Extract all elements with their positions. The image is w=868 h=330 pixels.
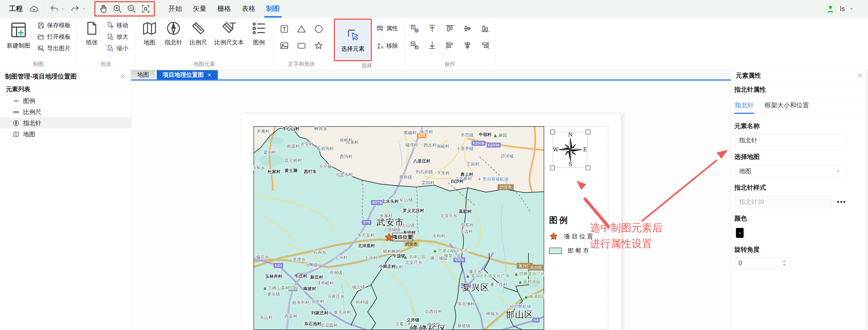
text-box-icon: [279, 24, 289, 34]
svg-text:更乐镇: 更乐镇: [267, 292, 280, 297]
north-arrow-style-input[interactable]: 指北针39: [734, 196, 832, 208]
element-item-legend[interactable]: 图例: [0, 95, 131, 107]
align-top-button[interactable]: [444, 23, 456, 34]
window-scrollbar[interactable]: [865, 70, 868, 330]
paper-button[interactable]: 纸张: [81, 19, 102, 48]
menu-start[interactable]: 开始: [163, 0, 187, 18]
svg-text:▲ 庞村游园: ▲ 庞村游园: [519, 279, 540, 284]
add-triangle-button[interactable]: [295, 23, 308, 35]
close-icon[interactable]: [857, 72, 864, 79]
svg-text:南坡村: 南坡村: [303, 286, 316, 291]
tab-close-icon[interactable]: [207, 72, 212, 78]
zoom-out-button[interactable]: [127, 4, 136, 14]
stepper-down-icon[interactable]: [782, 263, 786, 266]
add-circle-button[interactable]: [312, 23, 325, 35]
element-name-input[interactable]: 指北针: [734, 134, 846, 147]
svg-text:羊范镇: 羊范镇: [461, 132, 473, 138]
tab-north-arrow[interactable]: 指北针: [734, 97, 754, 114]
svg-text:马家庄乡: 马家庄乡: [327, 294, 344, 299]
main-menus: 开始 矢量 栅格 表格 制图: [163, 0, 285, 18]
menu-vector[interactable]: 矢量: [187, 0, 212, 18]
user-dropdown-icon[interactable]: [848, 6, 855, 12]
attributes-button[interactable]: 属性: [374, 23, 400, 34]
paper-zoom-out-button[interactable]: 缩小: [104, 43, 130, 54]
redo-dropdown-icon[interactable]: [81, 6, 87, 11]
new-layout-button[interactable]: 新建制图: [4, 19, 33, 51]
menu-table[interactable]: 表格: [236, 0, 261, 18]
undo-dropdown-icon[interactable]: [60, 6, 66, 11]
pan-hand-button[interactable]: [99, 4, 108, 14]
element-item-scalebar[interactable]: 比例尺: [0, 107, 131, 117]
move-up-button[interactable]: [426, 23, 438, 34]
redo-button[interactable]: [70, 4, 80, 13]
layout-canvas[interactable]: S575S75S75S75G22G22G2516G2516S504G4S75沙河…: [131, 81, 731, 330]
svg-text:后花园村: 后花园村: [321, 323, 338, 328]
add-map-button[interactable]: 地图: [139, 19, 160, 48]
map-frame-element[interactable]: S575S75S75S75G22G22G2516G2516S504G4S75沙河…: [253, 126, 544, 330]
north-arrow-element[interactable]: N E S W: [553, 132, 587, 167]
bring-forward-button[interactable]: [409, 23, 421, 34]
add-scale-text-button[interactable]: 比例尺文本: [212, 19, 247, 48]
element-item-north-arrow[interactable]: 指北针: [0, 117, 131, 128]
svg-text:S575: S575: [372, 201, 381, 204]
remove-button[interactable]: 移除: [374, 40, 400, 51]
full-extent-button[interactable]: [141, 4, 151, 14]
undo-button[interactable]: [50, 4, 59, 13]
style-browse-button[interactable]: •••: [837, 198, 846, 206]
svg-text:西安村: 西安村: [284, 314, 298, 319]
map-select-dropdown[interactable]: 地图: [734, 165, 846, 177]
tab-project-location-layout[interactable]: 项目地理位置图: [157, 70, 218, 80]
add-legend-button[interactable]: 图例: [248, 19, 270, 48]
paper-zoom-in-button[interactable]: 放大: [104, 31, 130, 42]
menu-cartography[interactable]: 制图: [261, 0, 285, 18]
export-image-button[interactable]: 导出图片: [35, 43, 73, 54]
save-template-button[interactable]: 保存模板: [35, 20, 73, 31]
zoom-in-button[interactable]: [113, 4, 123, 14]
new-layout-icon: [9, 20, 28, 39]
page-zoom-out-icon: [106, 44, 114, 52]
align-horizontal-center-button[interactable]: [462, 39, 473, 51]
close-icon[interactable]: [119, 73, 126, 80]
menu-raster[interactable]: 栅格: [212, 0, 236, 18]
add-scale-bar-button[interactable]: 比例尺: [187, 19, 210, 48]
svg-text:沙河城: 沙河城: [501, 153, 514, 158]
stepper-up-icon[interactable]: [782, 260, 786, 263]
tab-map[interactable]: 地图: [131, 70, 155, 80]
ruler-icon: [190, 20, 206, 36]
add-star-button[interactable]: [312, 39, 325, 52]
add-north-arrow-button[interactable]: 指北针: [162, 19, 185, 48]
add-rectangle-button[interactable]: [295, 39, 308, 52]
cloud-sync-icon[interactable]: [29, 4, 39, 14]
open-template-button[interactable]: 打开模板: [35, 31, 73, 42]
svg-text:西沟村: 西沟村: [340, 154, 352, 159]
element-item-map[interactable]: 地图: [0, 128, 131, 140]
rotation-angle-stepper[interactable]: 0: [734, 258, 790, 268]
circle-icon: [314, 24, 323, 34]
add-text-button[interactable]: [278, 23, 290, 35]
svg-text:白沙村: 白沙村: [451, 179, 464, 184]
align-left-button[interactable]: [444, 39, 456, 51]
legend-list-icon: [251, 20, 267, 36]
user-account[interactable]: ls: [825, 3, 855, 15]
remove-icon: [376, 42, 384, 50]
project-location-marker: 项目位置: [385, 233, 413, 241]
align-bottom-icon: [480, 24, 490, 33]
select-element-button[interactable]: 选择元素: [336, 20, 370, 59]
tab-frame-size-position[interactable]: 框架大小和位置: [764, 97, 809, 114]
paper-move-button[interactable]: 移动: [104, 20, 130, 31]
svg-text:▲ 九龙山矿山生态: ▲ 九龙山矿山生态: [433, 248, 468, 253]
chevron-down-icon: [835, 168, 841, 174]
align-bottom-button[interactable]: [479, 23, 491, 34]
align-right-button[interactable]: [479, 39, 491, 51]
send-backward-button[interactable]: [409, 39, 421, 51]
color-picker[interactable]: [734, 226, 745, 239]
align-vertical-center-button[interactable]: [462, 23, 473, 34]
project-menu[interactable]: 工程: [9, 4, 23, 13]
avatar: [825, 3, 836, 15]
svg-text:牛庄村: 牛庄村: [294, 273, 307, 278]
svg-text:和村镇: 和村镇: [356, 300, 369, 305]
svg-text:西左村: 西左村: [424, 143, 437, 148]
add-image-button[interactable]: [278, 39, 290, 52]
move-down-button[interactable]: [426, 39, 438, 51]
svg-text:东石池村: 东石池村: [304, 321, 321, 326]
